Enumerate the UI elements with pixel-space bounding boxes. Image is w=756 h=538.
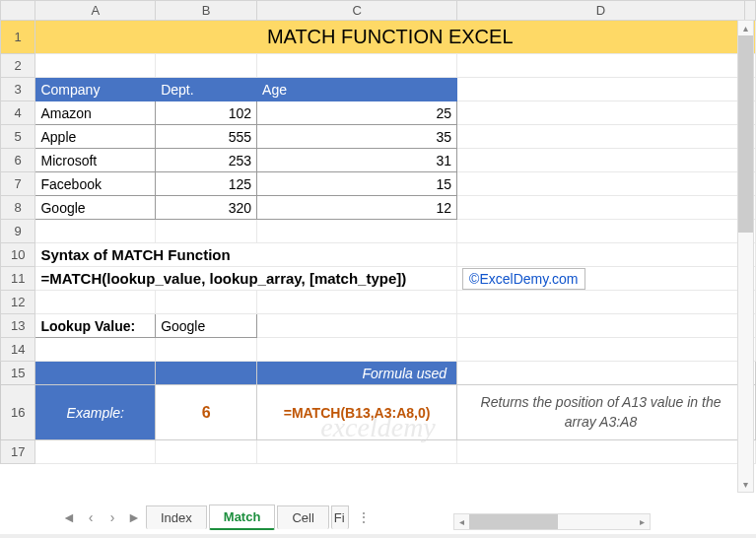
syntax-heading[interactable]: Syntax of MATCH Function bbox=[35, 243, 457, 267]
title-cell[interactable]: MATCH FUNCTION EXCEL bbox=[35, 21, 745, 54]
tab-match[interactable]: Match bbox=[209, 504, 276, 530]
lookup-label[interactable]: Lookup Value: bbox=[35, 314, 156, 338]
tab-nav-prev-icon[interactable]: ‹ bbox=[81, 507, 101, 527]
status-bar bbox=[0, 534, 756, 538]
row-header-15[interactable]: 15 bbox=[1, 362, 35, 385]
vertical-scroll-thumb[interactable] bbox=[738, 35, 753, 233]
example-result[interactable]: 6 bbox=[156, 385, 257, 440]
row-header-12[interactable]: 12 bbox=[1, 291, 35, 314]
tab-nav-first-icon[interactable]: ◄ bbox=[59, 507, 79, 527]
row-header-8[interactable]: 8 bbox=[1, 196, 35, 220]
cell-dept-3[interactable]: 125 bbox=[156, 172, 257, 196]
cell-A2[interactable] bbox=[35, 54, 156, 78]
vertical-scrollbar[interactable]: ▴ ▾ bbox=[737, 20, 754, 493]
col-header-A[interactable]: A bbox=[35, 1, 156, 21]
row-header-3[interactable]: 3 bbox=[1, 78, 35, 101]
row-header-14[interactable]: 14 bbox=[1, 338, 35, 362]
tab-index[interactable]: Index bbox=[146, 505, 207, 529]
cell-company-1[interactable]: Apple bbox=[35, 125, 156, 149]
example-description[interactable]: Returns the position of A13 value in the… bbox=[457, 385, 745, 440]
cell-age-4[interactable]: 12 bbox=[257, 196, 457, 220]
example-formula[interactable]: =MATCH(B13,A3:A8,0) bbox=[257, 385, 457, 440]
horizontal-scroll-thumb[interactable] bbox=[469, 514, 558, 529]
header-age[interactable]: Age bbox=[257, 78, 457, 101]
cell-company-3[interactable]: Facebook bbox=[35, 172, 156, 196]
header-dept[interactable]: Dept. bbox=[156, 78, 257, 101]
worksheet-grid[interactable]: A B C D 1 MATCH FUNCTION EXCEL 2 3 Compa… bbox=[0, 0, 756, 464]
row-header-1[interactable]: 1 bbox=[1, 21, 35, 54]
syntax-formula[interactable]: =MATCH(lookup_value, lookup_array, [matc… bbox=[35, 267, 457, 291]
example-label[interactable]: Example: bbox=[35, 385, 156, 440]
row-header-6[interactable]: 6 bbox=[1, 149, 35, 172]
tab-nav-last-icon[interactable]: ► bbox=[124, 507, 144, 527]
cell-dept-1[interactable]: 555 bbox=[156, 125, 257, 149]
cell-age-1[interactable]: 35 bbox=[257, 125, 457, 149]
col-header-B[interactable]: B bbox=[156, 1, 257, 21]
scroll-right-icon[interactable]: ▸ bbox=[635, 514, 650, 529]
col-header-C[interactable]: C bbox=[257, 1, 457, 21]
copyright-link[interactable]: ©ExcelDemy.com bbox=[462, 268, 584, 290]
scroll-left-icon[interactable]: ◂ bbox=[454, 514, 469, 529]
row-header-17[interactable]: 17 bbox=[1, 440, 35, 464]
cell-company-2[interactable]: Microsoft bbox=[35, 149, 156, 172]
row-header-7[interactable]: 7 bbox=[1, 172, 35, 196]
tab-nav-next-icon[interactable]: › bbox=[103, 507, 122, 527]
cell-age-3[interactable]: 15 bbox=[257, 172, 457, 196]
cell-dept-2[interactable]: 253 bbox=[156, 149, 257, 172]
cell-company-0[interactable]: Amazon bbox=[35, 101, 156, 125]
horizontal-scrollbar[interactable]: ◂ ▸ bbox=[453, 513, 651, 530]
cell-dept-0[interactable]: 102 bbox=[156, 101, 257, 125]
sheet-tab-bar: ◄ ‹ › ► Index Match Cell Fi ⋮ bbox=[59, 504, 378, 530]
row-header-9[interactable]: 9 bbox=[1, 220, 35, 243]
column-headers[interactable]: A B C D bbox=[1, 1, 756, 21]
more-tabs-icon[interactable]: ⋮ bbox=[351, 509, 378, 525]
tab-cell[interactable]: Cell bbox=[277, 505, 328, 529]
spreadsheet-area: A B C D 1 MATCH FUNCTION EXCEL 2 3 Compa… bbox=[0, 0, 756, 538]
scroll-up-icon[interactable]: ▴ bbox=[738, 21, 753, 35]
tab-partial[interactable]: Fi bbox=[331, 505, 349, 529]
formula-used-label[interactable]: Formula used bbox=[257, 362, 457, 385]
cell-age-2[interactable]: 31 bbox=[257, 149, 457, 172]
row-header-11[interactable]: 11 bbox=[1, 267, 35, 291]
row-header-16[interactable]: 16 bbox=[1, 385, 35, 440]
lookup-value[interactable]: Google bbox=[156, 314, 257, 338]
cell-age-0[interactable]: 25 bbox=[257, 101, 457, 125]
header-company[interactable]: Company bbox=[35, 78, 156, 101]
row-header-4[interactable]: 4 bbox=[1, 101, 35, 125]
cell-company-4[interactable]: Google bbox=[35, 196, 156, 220]
row-header-2[interactable]: 2 bbox=[1, 54, 35, 78]
cell-dept-4[interactable]: 320 bbox=[156, 196, 257, 220]
row-header-13[interactable]: 13 bbox=[1, 314, 35, 338]
row-header-10[interactable]: 10 bbox=[1, 243, 35, 267]
row-header-5[interactable]: 5 bbox=[1, 125, 35, 149]
col-header-D[interactable]: D bbox=[457, 1, 745, 21]
scroll-down-icon[interactable]: ▾ bbox=[738, 477, 753, 492]
